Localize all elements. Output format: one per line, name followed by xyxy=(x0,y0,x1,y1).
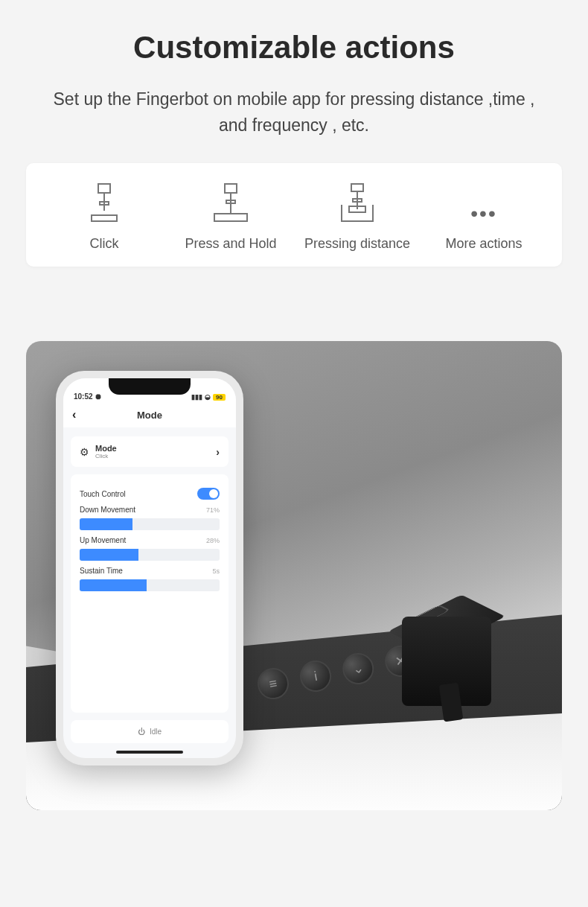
status-time: 10:52 ⏺ xyxy=(74,392,102,401)
product-scene: ≡ i ⌄ ✕ ⏻ 10:52 ⏺ ▮▮▮ ◒ 90 ‹ Mode xyxy=(26,341,562,810)
phone-mockup: 10:52 ⏺ ▮▮▮ ◒ 90 ‹ Mode ⚙ Mode Click › xyxy=(56,371,243,766)
idle-label: Idle xyxy=(150,728,162,736)
action-more: ••• More actions xyxy=(421,191,547,252)
touch-control-label: Touch Control xyxy=(80,490,126,498)
signal-icon: ▮▮▮ xyxy=(191,393,202,401)
page-subtitle: Set up the Fingerbot on mobile app for p… xyxy=(26,86,562,138)
more-icon: ••• xyxy=(470,191,496,236)
svg-rect-0 xyxy=(98,184,110,193)
action-distance: Pressing distance xyxy=(294,181,421,252)
actions-card: Click Press and Hold xyxy=(26,163,562,267)
fingerbot-device xyxy=(394,594,499,698)
phone-notch xyxy=(109,378,191,395)
action-press-hold: Press and Hold xyxy=(167,181,294,252)
sustain-time-value: 5s xyxy=(212,567,220,575)
distance-icon xyxy=(335,181,380,226)
mode-value: Click xyxy=(95,453,216,459)
mode-label: Mode xyxy=(95,444,216,453)
svg-rect-7 xyxy=(214,214,247,221)
chevron-right-icon: › xyxy=(216,446,220,458)
battery-badge: 90 xyxy=(213,394,226,401)
home-indicator xyxy=(116,751,183,754)
mode-row[interactable]: ⚙ Mode Click › xyxy=(71,436,229,467)
power-icon: ⏻ xyxy=(138,728,145,736)
svg-rect-4 xyxy=(225,184,237,193)
up-movement-label: Up Movement xyxy=(80,536,126,544)
svg-rect-3 xyxy=(92,215,117,221)
back-button[interactable]: ‹ xyxy=(72,408,76,421)
panel-menu-icon: ≡ xyxy=(255,666,292,702)
screen-title: Mode xyxy=(137,410,162,421)
down-movement-slider[interactable] xyxy=(80,518,220,530)
action-click-label: Click xyxy=(90,236,119,252)
click-icon xyxy=(82,181,127,226)
panel-down-icon: ⌄ xyxy=(340,651,377,687)
idle-row: ⏻ Idle xyxy=(71,720,229,743)
press-hold-icon xyxy=(208,181,253,226)
page-title: Customizable actions xyxy=(26,30,562,66)
screen-header: ‹ Mode xyxy=(63,402,236,427)
action-click: Click xyxy=(41,181,167,252)
up-movement-value: 28% xyxy=(206,537,220,544)
action-distance-label: Pressing distance xyxy=(304,236,410,252)
wifi-icon: ◒ xyxy=(205,393,211,401)
touch-control-toggle[interactable] xyxy=(197,488,220,500)
sustain-time-slider[interactable] xyxy=(80,579,220,591)
action-more-label: More actions xyxy=(445,236,522,252)
settings-panel: Touch Control Down Movement 71% Up Movem… xyxy=(71,474,229,713)
sustain-time-label: Sustain Time xyxy=(80,567,123,575)
panel-info-icon: i xyxy=(298,658,334,695)
down-movement-label: Down Movement xyxy=(80,506,135,514)
mode-icon: ⚙ xyxy=(80,446,89,458)
svg-rect-8 xyxy=(351,184,363,191)
action-press-hold-label: Press and Hold xyxy=(185,236,276,252)
up-movement-slider[interactable] xyxy=(80,549,220,561)
down-movement-value: 71% xyxy=(206,506,220,514)
